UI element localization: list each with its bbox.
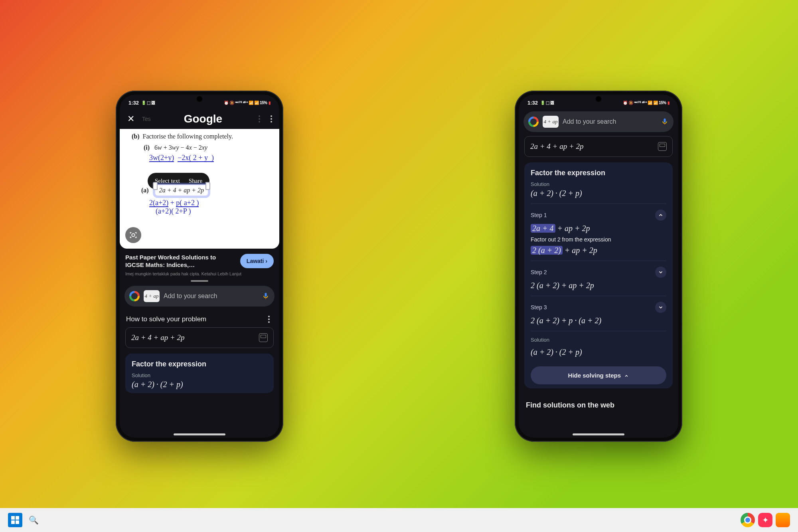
gesture-bar[interactable] [174, 433, 225, 435]
mic-icon[interactable] [661, 118, 669, 126]
math-keyboard-icon[interactable] [658, 142, 667, 151]
solution-expression: (a + 2) · (2 + p) [132, 380, 267, 389]
step-3[interactable]: Step 3 2 (a + 2) + p · (a + 2) [531, 296, 666, 331]
factor-card: Factor the expression Solution (a + 2) ·… [125, 354, 274, 393]
lens-captured-image[interactable]: (b) (b) Factorise the following complete… [120, 129, 279, 249]
step2-label: Step 2 [531, 269, 547, 275]
hide-steps-button[interactable]: Hide solving steps [531, 366, 666, 384]
final-expression: (a + 2) · (2 + p) [531, 348, 666, 357]
camera-hole [596, 96, 601, 102]
solution-label: Solution [132, 372, 267, 378]
source-result-row[interactable]: Past Paper Worked Solutions to IGCSE Mat… [120, 249, 279, 271]
expression-text: 2a + 4 + ap + 2p [530, 142, 583, 151]
web-solutions-heading: Find solutions on the web [519, 394, 678, 417]
status-right-icons: ⏰ 🔕 ᵛᵒᴸᵀᴱ ⁴ᴳ⁺ 📶 📶 15%▮ [623, 101, 670, 105]
step1-eq2: 2 (a + 2) + ap + 2p [531, 246, 666, 255]
worksheet-line-b: (b) (b) Factorise the following complete… [132, 133, 271, 140]
expression-text: 2a + 4 + ap + 2p [131, 333, 184, 342]
image-disclaimer: Imej mungkin tertakluk pada hak cipta. K… [120, 271, 279, 279]
factor-card: Factor the expression Solution (a + 2) ·… [524, 162, 673, 388]
handwriting-3: (a+2)( 2+P ) [132, 207, 271, 216]
camera-hole [197, 96, 202, 102]
search-placeholder: Add to your search [164, 293, 258, 300]
status-right-icons: ⏰ 🔕 ᵛᵒᴸᵀᴱ ⁴ᴳ⁺ 📶 📶 15%▮ [224, 101, 271, 105]
search-image-chip[interactable]: 4 + ap [144, 290, 160, 302]
phone-left: 1:32 🔋 ⬚ 🖼 ⏰ 🔕 ᵛᵒᴸᵀᴱ ⁴ᴳ⁺ 📶 📶 15%▮ ✕ Tes … [116, 91, 283, 442]
chevron-down-icon[interactable] [655, 302, 666, 313]
overflow-faded-icon [255, 115, 263, 123]
status-left-icons: 🔋 ⬚ 🖼 [141, 101, 155, 105]
expression-box[interactable]: 2a + 4 + ap + 2p [125, 327, 274, 348]
search-bar[interactable]: 4 + ap Add to your search [124, 286, 275, 307]
select-text-button[interactable]: Select text [155, 178, 180, 184]
step3-label: Step 3 [531, 304, 547, 310]
final-solution-row: Solution (a + 2) · (2 + p) [531, 331, 666, 362]
sheet-drag-handle[interactable] [191, 280, 208, 282]
handwriting-2: 2(a+2) + p( a+2 ) [132, 199, 271, 207]
google-logo-text: Google [155, 113, 251, 125]
app-header: ✕ Tes Google [120, 109, 279, 129]
step-1[interactable]: Step 1 2a + 4 + ap + 2p Factor out 2 fro… [531, 204, 666, 261]
final-label: Solution [531, 337, 666, 343]
chevron-down-icon[interactable] [655, 267, 666, 278]
gesture-bar[interactable] [573, 433, 624, 435]
solve-section-header: How to solve your problem [120, 308, 279, 327]
google-g-icon [528, 117, 539, 127]
search-image-chip[interactable]: 4 + ap [543, 116, 559, 128]
step1-desc: Factor out 2 from the expression [531, 236, 666, 243]
step-2[interactable]: Step 2 2 (a + 2) + ap + 2p [531, 261, 666, 296]
solve-overflow-icon[interactable] [265, 316, 273, 323]
worksheet-line-i: (i) 6w + 3wy − 4x − 2xy [132, 140, 271, 154]
step1-label: Step 1 [531, 212, 547, 218]
phone-right: 1:32 🔋 ⬚ 🖼 ⏰ 🔕 ᵛᵒᴸᵀᴱ ⁴ᴳ⁺ 📶 📶 15%▮ 4 + ap… [515, 91, 682, 442]
source-title: Past Paper Worked Solutions to IGCSE Mat… [125, 253, 236, 269]
share-button[interactable]: Share [189, 178, 202, 184]
factor-title: Factor the expression [132, 360, 267, 368]
step1-eq1: 2a + 4 + ap + 2p [531, 224, 666, 233]
lens-shutter-icon[interactable] [125, 227, 141, 243]
step3-eq: 2 (a + 2) + p · (a + 2) [531, 316, 666, 325]
solution-expression: (a + 2) · (2 + p) [531, 189, 666, 198]
background-tab: Tes [142, 116, 151, 122]
mic-icon[interactable] [262, 292, 270, 300]
handwriting-1: 3w(2+y) −2x( 2 + y ) [132, 154, 271, 162]
svg-point-0 [132, 233, 134, 236]
solve-heading: How to solve your problem [126, 315, 206, 323]
status-time: 1:32 [527, 100, 538, 106]
google-g-icon [129, 291, 140, 301]
step2-eq: 2 (a + 2) + ap + 2p [531, 281, 666, 290]
close-icon[interactable]: ✕ [124, 112, 138, 126]
solution-label: Solution [531, 181, 666, 187]
status-time: 1:32 [128, 100, 139, 106]
expression-box[interactable]: 2a + 4 + ap + 2p [524, 136, 673, 157]
visit-button[interactable]: Lawati › [240, 254, 274, 268]
selected-expression[interactable]: 2a + 4 + ap + 2p [154, 184, 209, 196]
chevron-up-icon[interactable] [655, 210, 666, 221]
status-left-icons: 🔋 ⬚ 🖼 [540, 101, 554, 105]
math-keyboard-icon[interactable] [259, 333, 268, 342]
factor-title: Factor the expression [531, 169, 666, 177]
search-placeholder: Add to your search [563, 118, 657, 125]
overflow-menu-icon[interactable] [267, 115, 275, 123]
search-bar[interactable]: 4 + ap Add to your search [523, 111, 674, 132]
